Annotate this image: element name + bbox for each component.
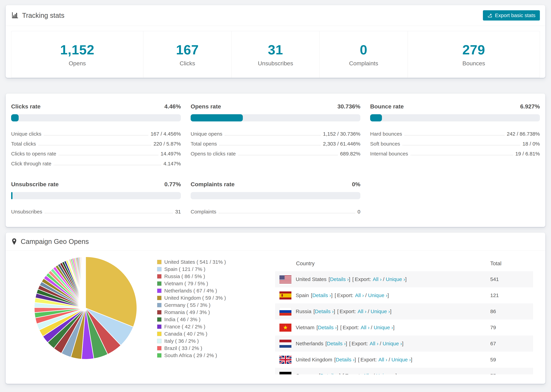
legend-item[interactable]: United States ( 541 / 31% )	[157, 259, 260, 266]
legend-label: United States ( 541 / 31% )	[164, 259, 226, 265]
dotted-leader	[410, 155, 513, 155]
legend-item[interactable]: Canada ( 40 / 2% )	[157, 330, 260, 337]
legend-label: Russia ( 86 / 5% )	[164, 273, 205, 279]
legend-item[interactable]: Spain ( 121 / 7% )	[157, 266, 260, 273]
metric-value: 689.82%	[340, 151, 360, 157]
row-total: 59	[490, 357, 533, 363]
legend-item[interactable]: India ( 46 / 3% )	[157, 316, 260, 323]
slash-separator: /	[380, 341, 381, 347]
stat-cell: 1,152Opens	[11, 31, 143, 78]
legend-item[interactable]: Brazil ( 33 / 2% )	[157, 345, 260, 352]
progress-fill	[370, 114, 382, 121]
export-all-link[interactable]: All ›	[358, 308, 367, 314]
metric-row: Hard bounces242 / 86.738%	[370, 129, 540, 139]
metric-label: Soft bounces	[370, 141, 400, 147]
export-all-link[interactable]: All ›	[379, 357, 387, 363]
legend-item[interactable]: Netherlands ( 67 / 4% )	[157, 287, 260, 294]
country-name: Vietnam	[296, 325, 315, 330]
country-flag-nl	[279, 340, 291, 348]
details-link[interactable]: Details ›	[312, 293, 331, 298]
metric-label: Unique clicks	[11, 131, 42, 137]
bracket: ]	[396, 373, 397, 374]
metric-row: Total clicks220 / 5.87%	[11, 139, 181, 149]
details-link[interactable]: Details ›	[336, 357, 354, 363]
bracket: [	[343, 373, 344, 374]
row-total: 79	[490, 325, 533, 330]
metric-label: Internal bounces	[370, 151, 408, 157]
legend-swatch	[157, 267, 162, 271]
bracket: ]	[390, 308, 391, 314]
details-link[interactable]: Details ›	[330, 276, 349, 282]
metric-rows: Unique opens1,152 / 30.736%Total opens2,…	[191, 129, 360, 159]
legend-label: Romania ( 49 / 3% )	[164, 309, 210, 315]
legend-item[interactable]: Germany ( 55 / 3% )	[157, 301, 260, 309]
metric-value: 167 / 4.456%	[151, 131, 181, 137]
metric-row: Click through rate4.147%	[11, 159, 181, 169]
metric-label: Complaints	[191, 209, 216, 215]
rate-percentage: 30.736%	[338, 103, 360, 110]
details-link[interactable]: Details ›	[327, 341, 346, 347]
country-cell: Netherlands[Details ›][Export:All ›/Uniq…	[296, 341, 403, 347]
bracket: [	[329, 276, 330, 282]
export-unique-link[interactable]: Unique ›	[391, 357, 411, 363]
legend-item[interactable]: Italy ( 36 / 2% )	[157, 337, 260, 345]
export-unique-link[interactable]: Unique ›	[368, 293, 387, 298]
metric-label: Total opens	[191, 141, 217, 147]
bracket: ]	[339, 373, 340, 374]
export-unique-link[interactable]: Unique ›	[386, 276, 405, 282]
slash-separator: /	[383, 276, 384, 282]
export-unique-link[interactable]: Unique ›	[371, 308, 390, 314]
export-all-link[interactable]: All ›	[370, 341, 379, 347]
rate-card: Bounce rate6.927%Hard bounces242 / 86.73…	[370, 103, 540, 169]
row-total: 541	[490, 276, 533, 282]
table-row: Russia[Details ›][Export:All ›/Unique ›]…	[275, 303, 533, 320]
geo-title: Campaign Geo Opens	[21, 238, 89, 245]
country-cell: United Kingdom[Details ›][Export:All ›/U…	[296, 357, 412, 363]
rate-title: Clicks rate	[11, 103, 41, 110]
stat-label: Complaints	[320, 60, 408, 67]
export-unique-link[interactable]: Unique ›	[383, 341, 402, 347]
metric-label: Unique opens	[191, 131, 222, 137]
export-basic-stats-button[interactable]: Export basic stats	[483, 10, 540, 21]
metric-label: Hard bounces	[370, 131, 402, 137]
export-all-link[interactable]: All ›	[373, 276, 381, 282]
export-all-link[interactable]: All ›	[361, 325, 370, 330]
country-flag-de	[279, 372, 291, 375]
legend-item[interactable]: Romania ( 49 / 3% )	[157, 309, 260, 316]
legend-swatch	[157, 353, 162, 358]
legend-swatch	[157, 274, 162, 279]
progress-bar	[11, 114, 181, 121]
legend-item[interactable]: France ( 42 / 2% )	[157, 323, 260, 330]
legend-item[interactable]: Vietnam ( 79 / 5% )	[157, 280, 260, 287]
stat-value: 167	[143, 42, 231, 58]
geo-table-rows: United States[Details ›][Export:All ›/Un…	[275, 271, 533, 374]
stat-value: 0	[320, 42, 408, 58]
legend-item[interactable]: United Kingdom ( 59 / 3% )	[157, 294, 260, 301]
export-prefix: Export:	[345, 373, 361, 374]
export-all-link[interactable]: All ›	[363, 373, 372, 374]
map-pin-icon	[11, 238, 17, 245]
legend-item[interactable]: Russia ( 86 / 5% )	[157, 273, 260, 280]
rate-card: Clicks rate4.46%Unique clicks167 / 4.456…	[11, 103, 181, 169]
progress-fill	[191, 114, 243, 121]
slash-separator: /	[368, 308, 369, 314]
metric-row: Opens to clicks rate689.82%	[191, 149, 360, 159]
metric-row: Clicks to opens rate14.497%	[11, 149, 181, 159]
legend-label: Spain ( 121 / 7% )	[164, 266, 205, 272]
legend-swatch	[157, 281, 162, 286]
rate-title: Unsubscribe rate	[11, 181, 59, 188]
export-all-link[interactable]: All ›	[355, 293, 364, 298]
export-unique-link[interactable]: Unique ›	[376, 373, 396, 374]
stat-label: Unsubscribes	[232, 60, 319, 67]
dotted-leader	[219, 145, 320, 145]
export-unique-link[interactable]: Unique ›	[374, 325, 393, 330]
dotted-leader	[45, 213, 173, 213]
metric-row: Complaints0	[191, 207, 360, 217]
details-link[interactable]: Details ›	[315, 308, 334, 314]
progress-bar	[191, 114, 360, 121]
details-link[interactable]: Details ›	[320, 373, 339, 374]
legend-item[interactable]: South Africa ( 29 / 2% )	[157, 352, 260, 359]
details-link[interactable]: Details ›	[318, 325, 337, 330]
stat-cell: 279Bounces	[408, 31, 540, 78]
export-prefix: Export:	[360, 357, 377, 363]
